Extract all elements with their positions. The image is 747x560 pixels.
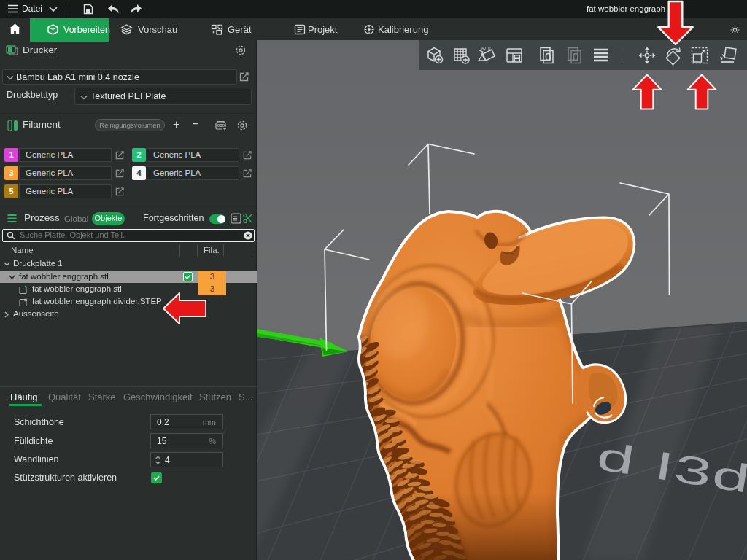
svg-text:AUTO: AUTO	[481, 47, 491, 50]
